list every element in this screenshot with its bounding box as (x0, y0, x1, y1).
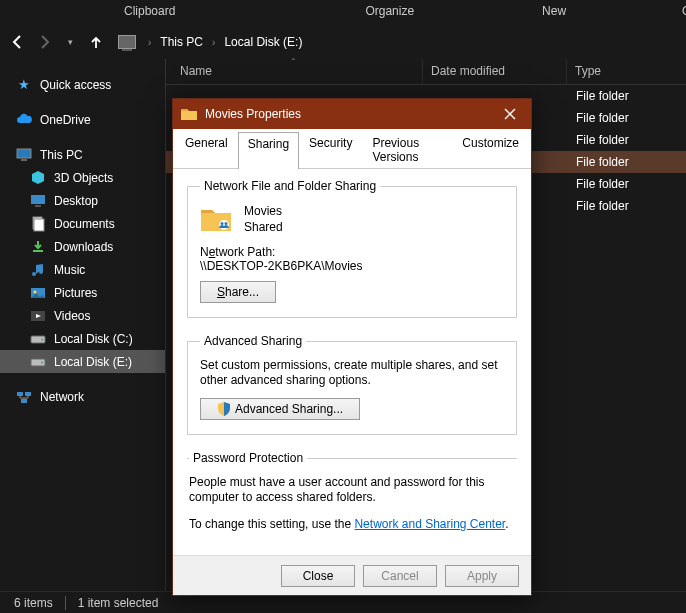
tree-videos[interactable]: Videos (0, 304, 165, 327)
tree-documents[interactable]: Documents (0, 212, 165, 235)
breadcrumb-drive[interactable]: Local Disk (E:) (223, 33, 303, 51)
tab-security[interactable]: Security (299, 131, 362, 168)
network-path-value[interactable]: \\DESKTOP-2KB6PKA\Movies (200, 259, 504, 273)
network-icon (16, 389, 32, 405)
folder-icon (181, 107, 197, 121)
breadcrumb: › This PC › Local Disk (E:) (118, 33, 303, 51)
back-button[interactable] (6, 30, 30, 54)
chevron-right-icon[interactable]: › (142, 37, 157, 48)
dialog-titlebar[interactable]: Movies Properties (173, 99, 531, 129)
apply-button[interactable]: Apply (445, 565, 519, 587)
cloud-icon (16, 112, 32, 128)
tree-this-pc[interactable]: This PC (0, 143, 165, 166)
cell-type: File folder (566, 133, 629, 147)
svg-point-16 (219, 220, 229, 230)
cancel-button[interactable]: Cancel (363, 565, 437, 587)
music-icon (30, 262, 46, 278)
tab-sharing[interactable]: Sharing (238, 132, 299, 169)
close-button[interactable] (489, 99, 531, 129)
tree-label: Local Disk (E:) (54, 355, 132, 369)
password-protection-change: To change this setting, use the Network … (189, 517, 515, 532)
videos-icon (30, 308, 46, 324)
tree-label: 3D Objects (54, 171, 113, 185)
svg-rect-14 (25, 392, 31, 396)
advanced-sharing-text: Set custom permissions, create multiple … (200, 358, 504, 388)
ribbon-group-clipboard[interactable]: Clipboard (112, 0, 187, 25)
tree-network[interactable]: Network (0, 385, 165, 408)
svg-point-10 (41, 338, 43, 340)
legend-network-sharing: Network File and Folder Sharing (200, 179, 380, 193)
cell-type: File folder (566, 199, 629, 213)
ribbon-group-organize[interactable]: Organize (353, 0, 426, 25)
tree-label: Downloads (54, 240, 113, 254)
tree-desktop[interactable]: Desktop (0, 189, 165, 212)
dialog-body: Network File and Folder Sharing Movies S… (173, 169, 531, 567)
up-button[interactable] (84, 30, 108, 54)
tree-label: Music (54, 263, 85, 277)
cell-type: File folder (566, 89, 629, 103)
svg-rect-15 (21, 399, 27, 403)
status-item-count: 6 items (14, 596, 53, 610)
fieldset-password-protection: Password Protection People must have a u… (187, 451, 517, 544)
tab-general[interactable]: General (175, 131, 238, 168)
nav-tree: ★Quick access OneDrive This PC 3D Object… (0, 59, 166, 591)
advanced-sharing-button-label: Advanced Sharing... (235, 402, 343, 416)
chevron-right-icon[interactable]: › (206, 37, 221, 48)
recent-dropdown[interactable]: ▾ (58, 30, 82, 54)
tree-downloads[interactable]: Downloads (0, 235, 165, 258)
cell-type: File folder (566, 111, 629, 125)
tree-e-drive[interactable]: Local Disk (E:) (0, 350, 165, 373)
breadcrumb-this-pc[interactable]: This PC (159, 33, 204, 51)
fieldset-advanced-sharing: Advanced Sharing Set custom permissions,… (187, 334, 517, 435)
tree-label: OneDrive (40, 113, 91, 127)
dialog-title: Movies Properties (205, 107, 489, 121)
forward-button[interactable] (32, 30, 56, 54)
password-protection-text: People must have a user account and pass… (189, 475, 515, 505)
tree-quick-access[interactable]: ★Quick access (0, 73, 165, 96)
documents-icon (30, 216, 46, 232)
tab-previous-versions[interactable]: Previous Versions (362, 131, 452, 168)
pictures-icon (30, 285, 46, 301)
network-path-label: Network Path: (200, 245, 504, 259)
properties-dialog: Movies Properties General Sharing Securi… (172, 98, 532, 596)
svg-rect-3 (35, 205, 41, 207)
col-type[interactable]: Type (566, 59, 686, 84)
fieldset-network-sharing: Network File and Folder Sharing Movies S… (187, 179, 517, 318)
shield-icon (217, 402, 231, 416)
ribbon: Clipboard Organize New Open (0, 0, 686, 25)
network-sharing-center-link[interactable]: Network and Sharing Center (354, 517, 505, 531)
ribbon-group-new[interactable]: New (530, 0, 578, 25)
tree-pictures[interactable]: Pictures (0, 281, 165, 304)
tree-onedrive[interactable]: OneDrive (0, 108, 165, 131)
col-name[interactable]: Name⌃ (166, 59, 422, 84)
tree-music[interactable]: Music (0, 258, 165, 281)
navbar: ▾ › This PC › Local Disk (E:) (0, 25, 686, 59)
svg-rect-2 (31, 195, 45, 204)
tab-customize[interactable]: Customize (452, 131, 529, 168)
shared-folder-state: Shared (244, 219, 283, 235)
shared-folder-icon (200, 205, 232, 233)
cell-type: File folder (566, 177, 629, 191)
svg-point-17 (221, 222, 224, 225)
shared-folder-name: Movies (244, 203, 283, 219)
divider (65, 596, 66, 610)
col-date[interactable]: Date modified (422, 59, 566, 84)
star-icon: ★ (16, 77, 32, 93)
drive-icon (30, 354, 46, 370)
tree-3d-objects[interactable]: 3D Objects (0, 166, 165, 189)
svg-point-7 (34, 290, 37, 293)
drive-icon (30, 331, 46, 347)
svg-rect-1 (21, 159, 27, 161)
desktop-icon (30, 193, 46, 209)
cube-icon (30, 170, 46, 186)
svg-point-18 (225, 222, 228, 225)
download-icon (30, 239, 46, 255)
advanced-sharing-button[interactable]: Advanced Sharing... (200, 398, 360, 420)
pc-icon (16, 147, 32, 163)
ribbon-group-open[interactable]: Open (670, 0, 686, 25)
legend-password-protection: Password Protection (189, 451, 307, 465)
dialog-button-row: Close Cancel Apply (173, 555, 531, 595)
close-dialog-button[interactable]: Close (281, 565, 355, 587)
share-button[interactable]: Share... (200, 281, 276, 303)
tree-c-drive[interactable]: Local Disk (C:) (0, 327, 165, 350)
